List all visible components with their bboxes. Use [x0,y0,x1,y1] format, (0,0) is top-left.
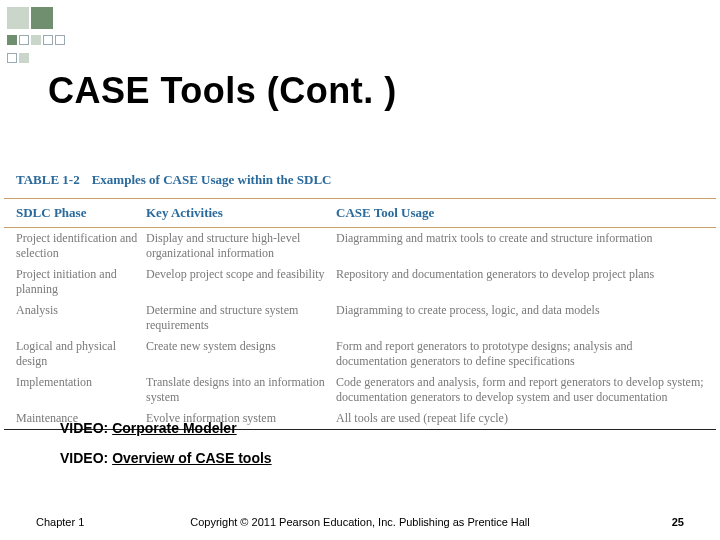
cell-phase: Logical and physical design [16,339,146,369]
cell-usage: Form and report generators to prototype … [336,339,704,369]
copyright: Copyright © 2011 Pearson Education, Inc.… [190,516,530,528]
col-header-phase: SDLC Phase [16,205,146,221]
table-figure: TABLE 1-2 Examples of CASE Usage within … [4,168,716,430]
case-table: SDLC Phase Key Activities CASE Tool Usag… [4,198,716,430]
cell-phase: Project identification and selection [16,231,146,261]
table-header-row: SDLC Phase Key Activities CASE Tool Usag… [4,199,716,228]
cell-usage: Code generators and analysis, form and r… [336,375,704,405]
video-prefix: VIDEO: [60,450,112,466]
cell-activities: Create new system designs [146,339,336,369]
cell-phase: Implementation [16,375,146,405]
video-links: VIDEO: Corporate Modeler VIDEO: Overview… [60,420,272,480]
col-header-usage: CASE Tool Usage [336,205,704,221]
table-row: Implementation Translate designs into an… [4,372,716,408]
video-link-line: VIDEO: Corporate Modeler [60,420,272,436]
video-link-line: VIDEO: Overview of CASE tools [60,450,272,466]
cell-phase: Analysis [16,303,146,333]
cell-usage: All tools are used (repeat life cycle) [336,411,704,426]
table-number: TABLE 1-2 [16,172,80,188]
table-row: Project identification and selection Dis… [4,228,716,264]
table-row: Analysis Determine and structure system … [4,300,716,336]
cell-usage: Repository and documentation generators … [336,267,704,297]
video-prefix: VIDEO: [60,420,112,436]
footer: Chapter 1 Copyright © 2011 Pearson Educa… [0,516,720,528]
table-title: Examples of CASE Usage within the SDLC [92,172,332,188]
slide-title: CASE Tools (Cont. ) [48,70,397,112]
cell-activities: Determine and structure system requireme… [146,303,336,333]
video-link-case-overview[interactable]: Overview of CASE tools [112,450,271,466]
table-row: Project initiation and planning Develop … [4,264,716,300]
slide: CASE Tools (Cont. ) TABLE 1-2 Examples o… [0,0,720,540]
chapter-label: Chapter 1 [36,516,84,528]
cell-activities: Translate designs into an information sy… [146,375,336,405]
page-number: 25 [672,516,684,528]
corner-decoration [6,6,66,68]
table-caption: TABLE 1-2 Examples of CASE Usage within … [4,168,716,198]
cell-usage: Diagramming to create process, logic, an… [336,303,704,333]
cell-activities: Display and structure high-level organiz… [146,231,336,261]
col-header-activities: Key Activities [146,205,336,221]
table-row: Logical and physical design Create new s… [4,336,716,372]
cell-usage: Diagramming and matrix tools to create a… [336,231,704,261]
cell-activities: Develop project scope and feasibility [146,267,336,297]
video-link-corporate-modeler[interactable]: Corporate Modeler [112,420,236,436]
cell-phase: Project initiation and planning [16,267,146,297]
